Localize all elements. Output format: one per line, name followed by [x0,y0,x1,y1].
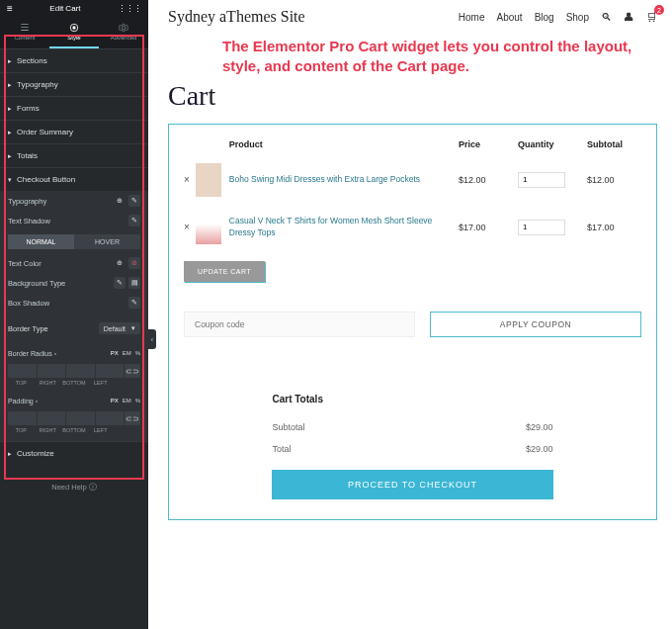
tab-content[interactable]: Content [0,17,49,48]
nav-home[interactable]: Home [459,12,485,23]
remove-item-icon[interactable]: × [184,174,196,185]
update-cart-button[interactable]: UPDATE CART [184,261,265,282]
pad-top[interactable] [8,411,38,425]
br-top[interactable] [8,364,38,378]
product-thumb[interactable] [196,163,221,197]
tab-style[interactable]: Style [49,17,99,48]
pencil-icon[interactable]: ✎ [128,195,140,207]
cart-icon[interactable]: 🛒︎2 [646,11,657,23]
unit-em[interactable]: EM [123,350,131,356]
border-radius-inputs: ⊂⊃ [8,364,140,378]
cell-subtotal: $17.00 [587,204,641,251]
color-swatch[interactable]: ⊘ [128,257,140,269]
th-price: Price [459,139,518,156]
help-icon: ⓘ [89,483,97,492]
chevron-down-icon: ▾ [131,324,135,332]
pad-bottom[interactable] [66,411,96,425]
nav-about[interactable]: About [496,12,522,23]
globe-icon[interactable]: ⊕ [114,195,126,207]
chevron-right-icon: ▸ [8,81,12,89]
preview-area: Sydney aThemes Site Home About Blog Shop… [148,0,672,629]
br-right[interactable] [38,364,67,378]
unit-pct[interactable]: % [135,350,140,356]
cell-subtotal: $12.00 [587,156,641,204]
br-bottom[interactable] [66,364,96,378]
cart-table: Product Price Quantity Subtotal × Boho S… [184,139,641,251]
editor-title: Edit Cart [49,4,80,13]
label-text-shadow: Text Shadow [8,217,50,225]
chevron-right-icon: ▸ [8,105,12,113]
globe-icon[interactable]: ⊕ [114,257,126,269]
pencil-icon[interactable]: ✎ [128,297,140,309]
site-nav: Home About Blog Shop 🔍︎ 👤︎ 🛒︎2 [459,11,657,23]
widgets-grid-icon[interactable]: ⋮⋮⋮ [118,4,141,14]
elementor-sidebar: ≡ Edit Cart ⋮⋮⋮ Content Style Advanced ▸… [0,0,148,629]
cart-totals: Cart Totals Subtotal$29.00 Total$29.00 P… [252,382,572,511]
link-icon[interactable]: ⊂⊃ [125,364,140,378]
cart-row: × Boho Swing Midi Dresses with Extra Lar… [184,156,641,204]
gradient-icon[interactable]: ▤ [128,277,140,289]
border-type-select[interactable]: Default▾ [99,322,140,334]
state-normal[interactable]: NORMAL [8,234,74,249]
label-typography: Typography [8,197,46,206]
need-help-link[interactable]: Need Help ⓘ [0,465,148,510]
hamburger-icon[interactable]: ≡ [7,3,13,14]
state-hover[interactable]: HOVER [74,234,140,249]
section-totals[interactable]: ▸Totals [0,144,148,167]
responsive-icon[interactable]: ▫ [36,398,38,404]
label-border-type: Border Type [8,324,48,333]
collapse-handle[interactable]: ‹ [148,329,156,349]
apply-coupon-button[interactable]: APPLY COUPON [430,312,641,337]
checkout-button-panel: Typography⊕✎ Text Shadow✎ NORMALHOVER Te… [0,191,148,441]
pad-right[interactable] [38,411,67,425]
padding-inputs: ⊂⊃ [8,411,140,425]
chevron-right-icon: ▸ [8,57,12,65]
nav-shop[interactable]: Shop [566,12,589,23]
responsive-icon[interactable]: ▫ [54,350,56,357]
unit-px[interactable]: PX [111,398,119,404]
link-icon[interactable]: ⊂⊃ [125,411,140,425]
total-value: $29.00 [526,444,553,454]
unit-pct[interactable]: % [135,398,140,404]
label-padding: Padding [8,398,34,404]
site-title[interactable]: Sydney aThemes Site [168,8,305,26]
user-icon[interactable]: 👤︎ [624,11,634,23]
unit-px[interactable]: PX [111,350,119,356]
sidebar-topbar: ≡ Edit Cart ⋮⋮⋮ [0,0,148,17]
search-icon[interactable]: 🔍︎ [601,11,612,23]
cell-price: $17.00 [459,204,518,251]
label-border-radius: Border Radius [8,350,52,357]
chevron-right-icon: ▸ [8,129,12,136]
qty-input[interactable] [518,172,565,188]
section-typography[interactable]: ▸Typography [0,73,148,96]
section-checkout-button[interactable]: ▾Checkout Button [0,168,148,191]
site-header: Sydney aThemes Site Home About Blog Shop… [168,5,657,29]
product-thumb[interactable] [196,211,221,244]
pad-left[interactable] [96,411,126,425]
coupon-input[interactable] [184,312,415,337]
qty-input[interactable] [518,220,565,235]
br-left[interactable] [96,364,126,378]
cart-row: × Casual V Neck T Shirts for Women Mesh … [184,204,641,251]
th-product: Product [229,139,459,156]
brush-icon[interactable]: ✎ [114,277,126,289]
product-link[interactable]: Boho Swing Midi Dresses with Extra Large… [229,174,420,184]
unit-em[interactable]: EM [123,398,131,404]
label-bg-type: Background Type [8,279,65,288]
proceed-checkout-button[interactable]: PROCEED TO CHECKOUT [272,470,552,499]
pencil-icon[interactable]: ✎ [128,215,140,226]
total-label: Total [272,444,291,454]
page-title: Cart [168,80,657,112]
editor-tabs: Content Style Advanced [0,17,148,48]
tab-advanced[interactable]: Advanced [99,17,148,48]
remove-item-icon[interactable]: × [184,222,196,232]
th-subtotal: Subtotal [587,139,641,156]
state-toggle: NORMALHOVER [8,234,140,249]
section-customize[interactable]: ▸Customize [0,442,148,465]
section-order-summary[interactable]: ▸Order Summary [0,121,148,143]
nav-blog[interactable]: Blog [535,12,554,23]
svg-point-0 [72,26,75,29]
section-forms[interactable]: ▸Forms [0,97,148,120]
product-link[interactable]: Casual V Neck T Shirts for Women Mesh Sh… [229,216,433,236]
section-sections[interactable]: ▸Sections [0,49,148,72]
